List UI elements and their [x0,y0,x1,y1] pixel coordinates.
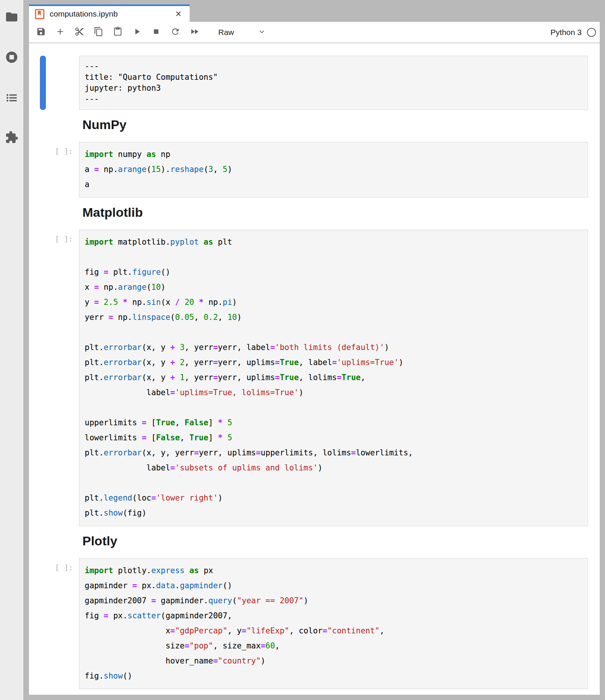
close-icon[interactable]: × [174,9,183,19]
notebook-panel: ---title: "Quarto Computations"jupyter: … [29,43,600,695]
code-line: label='uplims=True, lolims=True') [85,385,582,400]
plus-icon [55,27,65,38]
insert-cell-button[interactable] [55,27,65,38]
paste-cells-button[interactable] [112,27,123,38]
code-line: plt.errorbar(x, y, yerr=yerr, uplims=upp… [85,445,582,460]
cell-type-select[interactable]: Raw [218,27,266,38]
cell-collapser[interactable] [40,558,46,689]
code-line [85,475,582,490]
notebook-cell-raw[interactable]: ---title: "Quarto Computations"jupyter: … [79,56,588,110]
code-line: fig = plt.figure() [85,265,582,280]
restart-run-all-button[interactable] [189,27,200,38]
code-line: lowerlimits = [False, True] * 5 [85,430,582,445]
copy-cells-button[interactable] [93,27,104,38]
notebook-file-icon [35,9,44,19]
cell-editor[interactable]: import numpy as npa = np.arange(15).resh… [79,142,588,198]
notebook-cells: ---title: "Quarto Computations"jupyter: … [29,56,600,689]
code-line: gapminder = px.data.gapminder() [85,578,582,593]
cell-type-value: Raw [218,28,234,37]
code-line: --- [85,94,582,105]
code-line: plt.errorbar(x, y + 1, yerr=yerr, uplims… [85,370,582,385]
notebook-cell-code[interactable]: [ ]:import plotly.express as pxgapminder… [79,558,588,689]
code-line: x="gdpPercap", y="lifeExp", color="conti… [85,623,582,638]
cut-cells-button[interactable] [74,27,85,38]
code-line: upperlimits = [True, False] * 5 [85,415,582,430]
puzzle-icon [5,131,18,146]
folder-icon [5,10,18,25]
notebook-cell-code[interactable]: [ ]:import matplotlib.pyplot as plt fig … [79,230,588,526]
notebook-cell-code[interactable]: [ ]:import numpy as npa = np.arange(15).… [79,142,588,198]
cell-prompt: [ ]: [55,147,73,156]
run-cell-button[interactable] [132,27,142,38]
code-line [85,325,582,340]
tab-title: computations.ipynb [50,9,118,18]
refresh-icon [170,27,180,38]
cell-editor[interactable]: import plotly.express as pxgapminder = p… [79,558,588,689]
code-line: x = np.arange(10) [85,280,582,295]
notebook-toolbar: Raw Python 3 [29,22,600,43]
activity-bar [0,0,23,700]
kernel-indicator: Python 3 [550,28,596,37]
code-line: gapminder2007 = gapminder.query("year ==… [85,593,582,608]
markdown-heading: Matplotlib [82,205,600,220]
scissors-icon [74,27,84,38]
markdown-heading: Plotly [82,534,600,548]
cell-editor[interactable]: ---title: "Quarto Computations"jupyter: … [79,56,588,110]
sidebar-item-running-kernels[interactable] [5,51,19,65]
code-line: yerr = np.linspace(0.05, 0.2, 10) [85,310,582,325]
code-line [85,400,582,415]
interrupt-kernel-button[interactable] [151,27,161,38]
code-line: label='subsets of uplims and lolims') [85,460,582,475]
kernel-status-icon[interactable] [587,28,596,37]
code-line: fig = px.scatter(gapminder2007, [85,608,582,623]
cell-editor[interactable]: import matplotlib.pyplot as plt fig = pl… [79,230,588,526]
code-line: plt.errorbar(x, y + 3, yerr=yerr, label=… [85,340,582,355]
code-line: plt.errorbar(x, y + 2, yerr=yerr, uplims… [85,355,582,370]
code-line: size="pop", size_max=60, [85,638,582,653]
code-line: import numpy as np [85,147,582,162]
sidebar-item-table-of-contents[interactable] [5,91,19,106]
list-icon [5,91,18,106]
sidebar-item-file-browser[interactable] [5,11,19,25]
code-line: --- [85,61,582,72]
copy-icon [94,27,103,38]
cell-collapser[interactable] [40,56,46,110]
code-line: jupyter: python3 [85,83,582,94]
fast-forward-icon [190,27,199,38]
code-line: a = np.arange(15).reshape(3, 5) [85,162,582,177]
play-icon [132,27,142,38]
code-line: title: "Quarto Computations" [85,72,582,83]
sidebar-item-extension-manager[interactable] [5,131,19,145]
code-line: plt.show(fig) [85,505,582,520]
chevron-down-icon [234,27,266,38]
cell-collapser[interactable] [40,142,46,198]
code-line: fig.show() [85,668,582,683]
code-line: a [85,177,582,192]
cell-collapser[interactable] [40,230,46,526]
code-line: plt.legend(loc='lower right') [85,490,582,505]
restart-kernel-button[interactable] [170,27,181,38]
kernel-name[interactable]: Python 3 [550,28,582,37]
stop-icon [151,27,161,38]
save-icon [36,27,46,38]
code-line: y = 2.5 * np.sin(x / 20 * np.pi) [85,295,582,310]
tab-computations-ipynb[interactable]: computations.ipynb × [29,5,190,22]
clipboard-icon [113,27,123,38]
cell-prompt: [ ]: [55,234,73,243]
code-line: import matplotlib.pyplot as plt [85,234,582,250]
save-button[interactable] [36,27,46,38]
code-line: import plotly.express as px [85,563,582,578]
code-line: hover_name="country") [85,653,582,668]
stop-circle-icon [5,50,18,65]
markdown-heading: NumPy [82,117,600,132]
cell-prompt: [ ]: [55,563,73,572]
code-line [85,250,582,265]
